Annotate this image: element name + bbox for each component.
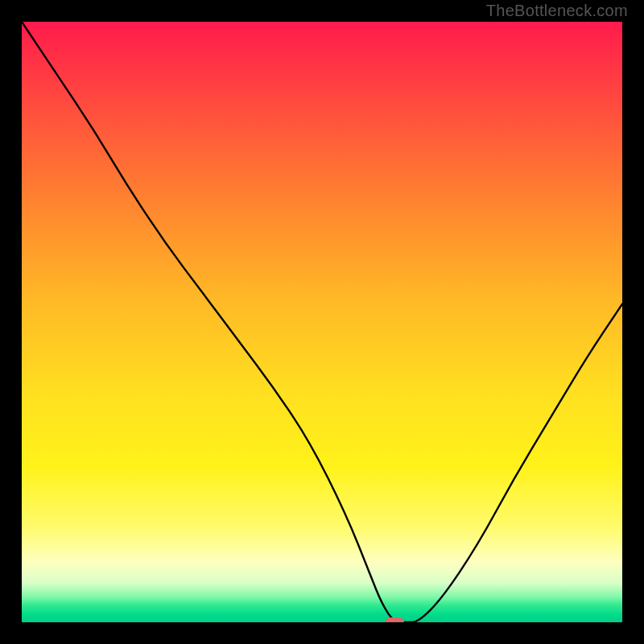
plot-area (22, 22, 622, 622)
optimal-marker (385, 617, 404, 623)
attribution-text: TheBottleneck.com (486, 2, 628, 20)
gradient-background (22, 22, 622, 622)
